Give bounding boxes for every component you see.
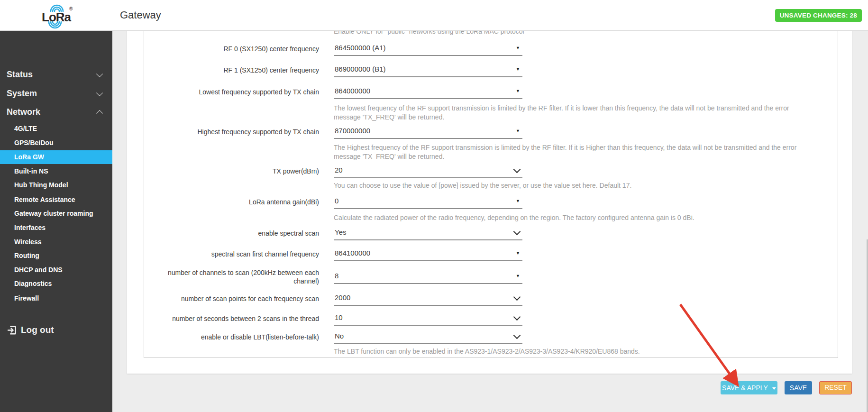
sidebar-section-label: Network bbox=[7, 107, 40, 117]
sidebar-item-interfaces[interactable]: Interfaces bbox=[0, 221, 112, 235]
unsaved-changes-badge[interactable]: UNSAVED CHANGES: 28 bbox=[775, 9, 862, 22]
triangle-down-icon: ▼ bbox=[516, 89, 520, 93]
form-row-lbt: enable or disable LBT(listen-before-talk… bbox=[144, 330, 836, 344]
select-enable-spectral-scan[interactable]: Yes bbox=[334, 226, 522, 240]
form-row-enable-spectral-scan: enable spectral scan Yes bbox=[144, 226, 836, 240]
select-highest-tx-frequency[interactable]: 870000000 ▼ bbox=[334, 125, 522, 139]
field-description: The lowest frequency of the RF support t… bbox=[334, 104, 810, 122]
field-label: spectral scan first channel frequency bbox=[149, 247, 319, 261]
chevron-down-icon bbox=[96, 90, 103, 96]
select-value: 20 bbox=[334, 164, 522, 176]
field-label: number of scan points for each frequency… bbox=[149, 292, 319, 306]
field-label: RF 0 (SX1250) center frequency bbox=[149, 42, 319, 56]
select-value: 869000000 (B1) bbox=[334, 63, 522, 75]
field-description: The LBT function can only be enabled in … bbox=[334, 347, 810, 356]
header: LoRa ® Gateway UNSAVED CHANGES: 28 bbox=[0, 0, 868, 31]
sidebar-section-label: System bbox=[7, 89, 37, 98]
select-lowest-tx-frequency[interactable]: 864000000 ▼ bbox=[334, 85, 522, 99]
form-row-lowest-frequency: Lowest frequency supported by TX chain 8… bbox=[144, 85, 836, 99]
field-label: Lowest frequency supported by TX chain bbox=[149, 85, 319, 99]
select-value: 864500000 (A1) bbox=[334, 42, 522, 54]
sidebar-item-remote-assistance[interactable]: Remote Assistance bbox=[0, 193, 112, 207]
logout-label: Log out bbox=[21, 323, 54, 337]
triangle-down-icon: ▼ bbox=[516, 199, 520, 203]
form-row-highest-frequency: Highest frequency supported by TX chain … bbox=[144, 125, 836, 139]
logout-button[interactable]: Log out bbox=[0, 323, 112, 338]
field-description: Calculate the radiated power of the radi… bbox=[334, 213, 810, 222]
sidebar-item-lora-gw[interactable]: LoRa GW bbox=[0, 150, 112, 164]
sidebar-item-gps-beidou[interactable]: GPS/BeiDou bbox=[0, 136, 112, 150]
sidebar-section-network[interactable]: Network bbox=[0, 105, 112, 119]
sidebar: Status System Network 4G/LTE GPS/BeiDou … bbox=[0, 30, 112, 412]
sidebar-item-hub-thing-model[interactable]: Hub Thing Model bbox=[0, 178, 112, 192]
form-row-spectral-first-channel: spectral scan first channel frequency 86… bbox=[144, 247, 836, 261]
select-lbt[interactable]: No bbox=[334, 330, 522, 344]
triangle-down-icon: ▼ bbox=[516, 251, 520, 256]
save-and-apply-button[interactable]: SAVE & APPLY bbox=[721, 381, 777, 394]
sidebar-item-4g-lte[interactable]: 4G/LTE bbox=[0, 122, 112, 136]
chevron-down-icon bbox=[96, 71, 103, 77]
triangle-down-icon: ▼ bbox=[516, 46, 520, 50]
logout-icon bbox=[6, 324, 18, 336]
save-button[interactable]: SAVE bbox=[785, 381, 812, 394]
field-label: enable spectral scan bbox=[149, 226, 319, 240]
form-row-channels-to-scan: number of channels to scan (200kHz betwe… bbox=[144, 270, 836, 284]
select-rf1-center-frequency[interactable]: 869000000 (B1) ▼ bbox=[334, 63, 522, 77]
sidebar-item-wireless[interactable]: Wireless bbox=[0, 235, 112, 249]
field-description: The Highest frequency of the RF support … bbox=[334, 143, 810, 161]
select-value: Yes bbox=[334, 226, 522, 238]
field-label: Highest frequency supported by TX chain bbox=[149, 125, 319, 139]
select-value: 8 bbox=[334, 270, 522, 282]
sidebar-section-label: Status bbox=[7, 70, 33, 79]
field-label: RF 1 (SX1250) center frequency bbox=[149, 63, 319, 77]
form-row-rf0: RF 0 (SX1250) center frequency 864500000… bbox=[144, 42, 836, 56]
select-spectral-first-channel[interactable]: 864100000 ▼ bbox=[334, 247, 522, 261]
triangle-down-icon: ▼ bbox=[516, 128, 520, 133]
select-rf0-center-frequency[interactable]: 864500000 (A1) ▼ bbox=[334, 42, 522, 56]
form-row-scan-points: number of scan points for each frequency… bbox=[144, 292, 836, 306]
field-label: number of channels to scan (200kHz betwe… bbox=[149, 268, 319, 285]
sidebar-item-diagnostics[interactable]: Diagnostics bbox=[0, 277, 112, 291]
select-tx-power[interactable]: 20 bbox=[334, 164, 522, 178]
field-label: LoRa antenna gain(dBi) bbox=[149, 195, 319, 209]
field-description: You can choose to use the value of [powe… bbox=[334, 181, 810, 190]
select-value: 2000 bbox=[334, 292, 522, 304]
form-row-tx-power: TX power(dBm) 20 bbox=[144, 164, 836, 178]
select-antenna-gain[interactable]: 0 ▼ bbox=[334, 195, 522, 209]
triangle-down-icon: ▼ bbox=[516, 274, 520, 278]
select-seconds-between-scans[interactable]: 10 bbox=[334, 311, 522, 326]
form-card: Enable ONLY for "public" networks using … bbox=[144, 30, 838, 358]
field-label: number of seconds between 2 scans in the… bbox=[149, 311, 319, 326]
select-value: 10 bbox=[334, 311, 522, 324]
triangle-down-icon: ▼ bbox=[516, 67, 520, 72]
reset-button[interactable]: RESET bbox=[819, 381, 852, 394]
chevron-up-icon bbox=[96, 110, 103, 117]
select-value: 864000000 bbox=[334, 85, 522, 97]
form-row-rf1: RF 1 (SX1250) center frequency 869000000… bbox=[144, 63, 836, 77]
select-channels-to-scan[interactable]: 8 ▼ bbox=[334, 270, 522, 284]
select-scan-points[interactable]: 2000 bbox=[334, 292, 522, 306]
sidebar-item-dhcp-and-dns[interactable]: DHCP and DNS bbox=[0, 263, 112, 277]
select-value: 864100000 bbox=[334, 247, 522, 259]
select-value: 870000000 bbox=[334, 125, 522, 137]
logo-text: LoRa bbox=[42, 10, 72, 24]
lora-gateway-config-page: { "header": { "logo_text": "LoRa", "logo… bbox=[0, 0, 868, 412]
sidebar-item-built-in-ns[interactable]: Built-in NS bbox=[0, 165, 112, 178]
logo-registered-mark: ® bbox=[69, 6, 73, 11]
caret-down-icon bbox=[772, 387, 776, 390]
field-label: enable or disable LBT(listen-before-talk… bbox=[149, 330, 319, 344]
save-and-apply-label: SAVE & APPLY bbox=[722, 384, 768, 392]
select-value: No bbox=[334, 330, 522, 342]
field-description: Enable ONLY for "public" networks using … bbox=[334, 30, 810, 36]
sidebar-section-status[interactable]: Status bbox=[0, 68, 112, 82]
sidebar-item-firewall[interactable]: Firewall bbox=[0, 292, 112, 305]
form-row-antenna-gain: LoRa antenna gain(dBi) 0 ▼ bbox=[144, 195, 836, 209]
sidebar-section-system[interactable]: System bbox=[0, 87, 112, 101]
page-title: Gateway bbox=[120, 0, 161, 30]
lora-logo-icon: LoRa ® bbox=[39, 2, 76, 29]
form-row-seconds-between-scans: number of seconds between 2 scans in the… bbox=[144, 311, 836, 326]
field-label: TX power(dBm) bbox=[149, 164, 319, 178]
select-value: 0 bbox=[334, 195, 522, 207]
sidebar-item-routing[interactable]: Routing bbox=[0, 249, 112, 263]
sidebar-item-gateway-cluster-roaming[interactable]: Gateway cluster roaming bbox=[0, 207, 112, 220]
